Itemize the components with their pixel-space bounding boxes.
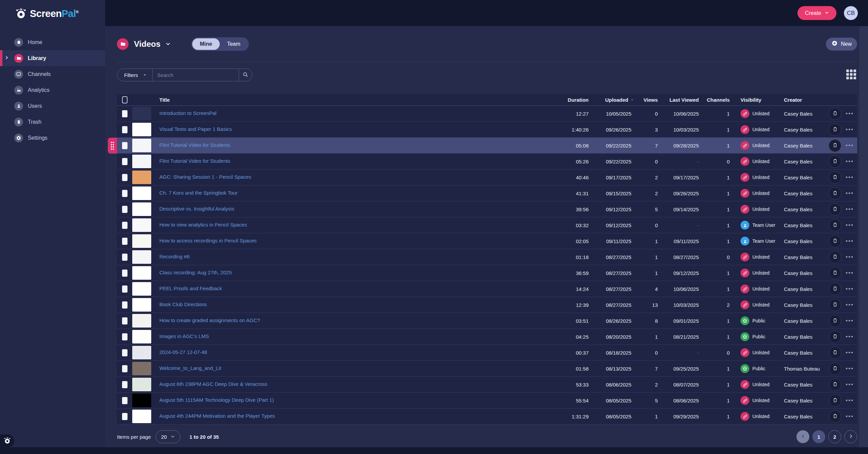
video-thumbnail[interactable]	[132, 123, 151, 136]
table-row[interactable]: Visual Texts and Paper 1 Basics 1:40:26 …	[117, 122, 857, 138]
copy-link-button[interactable]	[829, 219, 841, 232]
more-menu-button[interactable]: •••	[846, 190, 854, 197]
previous-page-button[interactable]	[796, 430, 809, 443]
row-checkbox[interactable]	[122, 381, 127, 388]
more-menu-button[interactable]: •••	[846, 238, 854, 244]
table-row[interactable]: AGC: Sharing Session 1 - Pencil Spaces 4…	[117, 170, 857, 185]
column-header-channels[interactable]: Channels	[700, 97, 732, 103]
sidebar-item-channels[interactable]: Channels	[0, 66, 105, 82]
more-menu-button[interactable]: •••	[846, 365, 854, 372]
table-row[interactable]: Book Club Directions 12:39 08/27/2025 13…	[117, 297, 857, 313]
copy-link-button[interactable]	[829, 283, 841, 295]
new-button[interactable]: New	[826, 38, 857, 51]
sidebar-item-settings[interactable]: Settings	[0, 130, 105, 146]
video-thumbnail[interactable]	[132, 330, 151, 343]
row-checkbox[interactable]	[122, 222, 127, 229]
create-button[interactable]: Create	[797, 6, 836, 20]
column-header-title[interactable]: Title	[159, 97, 551, 103]
row-checkbox[interactable]	[122, 301, 127, 309]
row-checkbox[interactable]	[122, 349, 127, 356]
content-type-dropdown[interactable]	[165, 41, 171, 47]
sidebar-item-library[interactable]: Library	[0, 50, 105, 66]
video-title-link[interactable]: How to view analytics in Pencil Spaces	[159, 222, 247, 228]
table-row[interactable]: August 4th 244PM Motivation and the Play…	[117, 409, 857, 425]
items-per-page-select[interactable]: 20	[156, 430, 180, 443]
more-menu-button[interactable]: •••	[846, 158, 854, 165]
tab-mine[interactable]: Mine	[192, 38, 219, 50]
sidebar-item-home[interactable]: Home	[0, 34, 105, 50]
video-thumbnail[interactable]	[132, 378, 151, 391]
video-thumbnail[interactable]	[132, 186, 151, 200]
column-header-views[interactable]: Views	[634, 97, 658, 103]
video-title-link[interactable]: How to create graded assignments on AGC?	[159, 317, 260, 323]
row-checkbox[interactable]	[122, 397, 127, 404]
copy-link-button[interactable]	[829, 410, 841, 423]
video-thumbnail[interactable]	[132, 250, 151, 264]
table-row[interactable]: Class recording: Aug 27th, 2025 36:59 08…	[117, 265, 857, 281]
more-menu-button[interactable]: •••	[846, 285, 854, 292]
video-title-link[interactable]: Recording #6	[159, 254, 190, 259]
table-row[interactable]: How to access recordings in Pencil Space…	[117, 233, 857, 249]
table-row[interactable]: Recording #6 01:18 08/27/2025 1 08/27/20…	[117, 249, 857, 265]
copy-link-button[interactable]	[829, 378, 841, 391]
video-thumbnail[interactable]	[132, 394, 151, 407]
select-all-checkbox[interactable]	[122, 96, 127, 103]
video-thumbnail[interactable]	[132, 107, 151, 120]
copy-link-button[interactable]	[829, 394, 841, 407]
video-title-link[interactable]: Ch. 7 Koro and the Springbok Tour	[159, 190, 238, 196]
more-menu-button[interactable]: •••	[846, 174, 854, 181]
user-avatar[interactable]: CB	[844, 6, 858, 20]
video-thumbnail[interactable]	[132, 346, 151, 359]
copy-link-button[interactable]	[829, 155, 841, 168]
sidebar-item-trash[interactable]: Trash	[0, 114, 105, 130]
table-row[interactable]: PEEL Proofs and Feedback 14:24 08/27/202…	[117, 281, 857, 297]
copy-link-button[interactable]	[829, 203, 841, 216]
row-checkbox[interactable]	[122, 126, 127, 133]
video-title-link[interactable]: Flint Tutorial Video for Students	[159, 142, 230, 148]
table-row[interactable]: Descriptive vs. Insightful Analysis 39:5…	[117, 201, 857, 217]
copy-link-button[interactable]	[829, 107, 841, 120]
page-button-2[interactable]: 2	[828, 430, 841, 443]
more-menu-button[interactable]: •••	[846, 254, 854, 260]
more-menu-button[interactable]: •••	[846, 206, 854, 213]
table-row[interactable]: Flint Tutorial Video for Students 05:08 …	[117, 138, 857, 154]
table-row[interactable]: Images in AGC's LMS 04:25 08/20/2025 1 0…	[117, 329, 857, 345]
row-checkbox[interactable]	[122, 174, 127, 181]
video-thumbnail[interactable]	[132, 234, 151, 248]
video-title-link[interactable]: August 6th 238PM AGC Deep Dive & Veracro…	[159, 381, 268, 387]
row-checkbox[interactable]	[122, 190, 127, 197]
row-checkbox[interactable]	[122, 270, 127, 277]
tab-team[interactable]: Team	[220, 38, 248, 50]
copy-link-button[interactable]	[829, 267, 841, 279]
table-row[interactable]: August 6th 238PM AGC Deep Dive & Veracro…	[117, 377, 857, 393]
more-menu-button[interactable]: •••	[846, 270, 854, 276]
sidebar-item-users[interactable]: Users	[0, 98, 105, 114]
table-row[interactable]: Introduction to ScreenPal 12:27 10/05/20…	[117, 106, 857, 122]
filters-dropdown[interactable]: Filters	[117, 68, 153, 81]
copy-link-button[interactable]	[829, 251, 841, 263]
row-checkbox[interactable]	[122, 333, 127, 340]
row-checkbox[interactable]	[122, 285, 127, 293]
column-header-visibility[interactable]: Visibility	[732, 97, 780, 103]
copy-link-button[interactable]	[829, 315, 841, 327]
row-checkbox[interactable]	[122, 365, 127, 372]
more-menu-button[interactable]: •••	[846, 413, 854, 420]
row-checkbox[interactable]	[122, 142, 127, 149]
search-button[interactable]	[239, 68, 252, 81]
video-title-link[interactable]: August 5th 1115AM Technology Deep Dive (…	[159, 397, 274, 403]
video-title-link[interactable]: Descriptive vs. Insightful Analysis	[159, 206, 234, 212]
video-title-link[interactable]: August 4th 244PM Motivation and the Play…	[159, 413, 275, 419]
more-menu-button[interactable]: •••	[846, 317, 854, 324]
copy-link-button[interactable]	[829, 362, 841, 375]
video-thumbnail[interactable]	[132, 362, 151, 375]
row-checkbox[interactable]	[122, 158, 127, 165]
video-title-link[interactable]: AGC: Sharing Session 1 - Pencil Spaces	[159, 174, 251, 180]
row-checkbox[interactable]	[122, 413, 127, 420]
column-header-last-viewed[interactable]: Last Viewed	[658, 97, 700, 103]
table-row[interactable]: How to view analytics in Pencil Spaces 0…	[117, 217, 857, 233]
sidebar-item-analytics[interactable]: Analytics	[0, 82, 105, 98]
grid-view-button[interactable]	[845, 68, 857, 81]
video-title-link[interactable]: PEEL Proofs and Feedback	[159, 285, 222, 291]
video-title-link[interactable]: Visual Texts and Paper 1 Basics	[159, 126, 232, 132]
row-checkbox[interactable]	[122, 206, 127, 213]
